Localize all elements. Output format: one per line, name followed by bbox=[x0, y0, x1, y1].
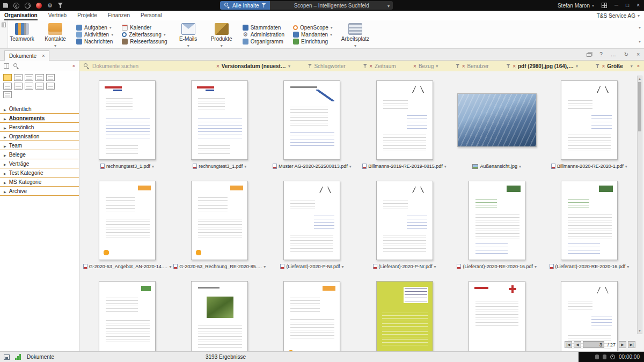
sidebar-item-archive[interactable]: Archive bbox=[0, 187, 79, 196]
doc-thumbnail[interactable] bbox=[457, 93, 537, 147]
sidebar-item-team[interactable]: Team bbox=[0, 141, 79, 150]
doc-thumbnail[interactable] bbox=[283, 80, 340, 160]
doc-thumbnail[interactable] bbox=[561, 80, 618, 160]
next-page-button[interactable]: ▶ bbox=[619, 341, 626, 348]
doc-filename[interactable]: (Lieferant)-2020-P-Nr.pdf bbox=[280, 264, 343, 269]
filter-chip-größe[interactable]: Größe bbox=[595, 63, 623, 69]
doc-thumbnail[interactable] bbox=[99, 281, 156, 351]
search-icon[interactable] bbox=[13, 63, 19, 69]
ribbon-item-stammdaten[interactable]: Stammdaten bbox=[243, 24, 284, 31]
clear-search-icon[interactable]: × bbox=[72, 64, 75, 69]
close-tab-icon[interactable]: × bbox=[42, 53, 45, 58]
doc-thumbnail[interactable] bbox=[283, 181, 340, 260]
sidebar-item-öffentlich[interactable]: Öffentlich bbox=[0, 105, 79, 114]
sidebar-item-belege[interactable]: Belege bbox=[0, 150, 79, 159]
filter-chip-bezug[interactable]: Bezug bbox=[413, 63, 438, 69]
filter-chip-pdf-2980-jpg-164[interactable]: pdf (2980),jpg (164),… bbox=[506, 63, 578, 69]
search-scope-selector[interactable]: Alle Inhalte bbox=[220, 1, 270, 10]
ribbon-side-strip[interactable] bbox=[0, 20, 8, 48]
doc-filename[interactable]: Außenansicht.jpg bbox=[472, 164, 521, 169]
calendar-doc-icon[interactable] bbox=[3, 83, 12, 90]
doc-thumbnail[interactable] bbox=[561, 181, 618, 260]
chevron-down-icon[interactable] bbox=[631, 63, 633, 69]
sidebar-item-test-kategorie[interactable]: Test Kategorie bbox=[0, 168, 79, 178]
sidebar-item-persönlich[interactable]: Persönlich bbox=[0, 123, 79, 132]
flag-icon[interactable] bbox=[58, 3, 63, 8]
prev-page-button[interactable]: ◀ bbox=[574, 341, 581, 348]
doc-thumbnail[interactable] bbox=[191, 80, 248, 160]
redo-icon[interactable] bbox=[25, 3, 31, 9]
close-icon[interactable]: × bbox=[636, 52, 640, 57]
last-page-button[interactable]: ▶| bbox=[628, 341, 635, 348]
page-number-input[interactable]: 3 bbox=[583, 341, 604, 348]
ribbon-item-arbeitsplatz[interactable]: Arbeitsplatz bbox=[341, 20, 369, 48]
document-search-input[interactable] bbox=[92, 63, 213, 69]
doc-filename[interactable]: (Lieferant)-2020-RE-2020-16.pdf bbox=[457, 264, 537, 269]
scrollbar-thumb[interactable] bbox=[638, 82, 641, 131]
blank-doc-icon[interactable] bbox=[46, 83, 55, 90]
chevron-down-icon[interactable] bbox=[387, 3, 390, 9]
list-doc-icon[interactable] bbox=[25, 74, 33, 81]
doc-filename[interactable]: G-2020-63_Rechnung_RE-2020-85.… bbox=[173, 264, 266, 269]
logo-icon[interactable] bbox=[36, 3, 42, 9]
sidebar-item-abonnements[interactable]: Abonnements bbox=[0, 114, 79, 123]
sidebar-item-organisation[interactable]: Organisation bbox=[0, 132, 79, 141]
scroll-down-icon[interactable]: ▼ bbox=[638, 328, 642, 334]
doc-thumbnail[interactable] bbox=[376, 181, 433, 260]
ribbon-collapse[interactable] bbox=[639, 20, 641, 48]
grid-doc-icon[interactable] bbox=[35, 83, 44, 90]
ribbon-item-aufgaben[interactable]: Aufgaben bbox=[76, 24, 113, 31]
minimize-button[interactable]: ─ bbox=[614, 3, 618, 8]
more-icon[interactable]: … bbox=[611, 52, 616, 57]
clear-all-filters-icon[interactable]: × bbox=[637, 64, 640, 69]
doc-thumbnail[interactable] bbox=[283, 281, 340, 351]
clear-filter-icon[interactable] bbox=[513, 63, 516, 69]
preview-doc-icon[interactable] bbox=[35, 74, 44, 81]
scroll-up-icon[interactable]: ▲ bbox=[638, 76, 642, 82]
ribbon-item-produkte[interactable]: Produkte bbox=[209, 20, 234, 48]
ribbon-item-openscope[interactable]: OpenScope bbox=[293, 24, 333, 31]
folder-icon[interactable] bbox=[3, 74, 12, 81]
ribbon-item-nachrichten[interactable]: Nachrichten bbox=[76, 38, 113, 45]
doc-thumbnail[interactable] bbox=[99, 80, 156, 160]
table-doc-icon[interactable] bbox=[14, 74, 23, 81]
ribbon-item-administration[interactable]: Administration bbox=[243, 31, 284, 38]
ribbon-item-mandanten[interactable]: Mandanten bbox=[293, 31, 333, 38]
undo-icon[interactable] bbox=[13, 3, 19, 9]
menu-tab-personal[interactable]: Personal bbox=[141, 11, 162, 20]
user-menu[interactable]: Stefan Maron bbox=[558, 3, 594, 9]
clear-filter-icon[interactable] bbox=[413, 63, 416, 69]
ribbon-item-aktivitäten[interactable]: Aktivitäten bbox=[76, 31, 113, 38]
sidebar-item-ms-kategorie[interactable]: MS Kategorie bbox=[0, 178, 79, 187]
doc-thumbnail[interactable] bbox=[376, 281, 433, 351]
menu-tab-vertrieb[interactable]: Vertrieb bbox=[48, 11, 67, 20]
apps-grid-icon[interactable] bbox=[602, 3, 607, 8]
doc-filename[interactable]: rechnungtest3_1.pdf bbox=[100, 164, 154, 169]
doc-filename[interactable]: G-2020-63_Angebot_AN-2020-14.… bbox=[83, 264, 172, 269]
ribbon-item-kalender[interactable]: Kalender bbox=[122, 24, 167, 31]
filter-chip-versionsdatum-neuest[interactable]: Versionsdatum (neuest… bbox=[216, 63, 290, 69]
filter-chip-benutzer[interactable]: Benutzer bbox=[456, 63, 489, 69]
sidebar-item-verträge[interactable]: Verträge bbox=[0, 159, 79, 168]
doc-thumbnail[interactable] bbox=[469, 181, 525, 260]
smart-search-field[interactable]: Scopen – Intelligentes Suchfeld bbox=[270, 1, 393, 10]
maximize-button[interactable]: □ bbox=[626, 3, 629, 8]
ribbon-item-teamwork[interactable]: Teamwork bbox=[10, 20, 34, 48]
ribbon-item-reiseerfassung[interactable]: Reiseerfassung bbox=[122, 38, 167, 45]
menu-tab-finanzen[interactable]: Finanzen bbox=[108, 11, 130, 20]
doc-thumbnail[interactable] bbox=[99, 181, 156, 260]
plain-doc-icon[interactable] bbox=[3, 91, 12, 98]
copy-doc-icon[interactable] bbox=[25, 83, 33, 90]
doc-filename[interactable]: (Lieferant)-2020-P-Nr.pdf bbox=[373, 264, 436, 269]
clear-filter-icon[interactable] bbox=[602, 63, 605, 69]
close-window-button[interactable]: × bbox=[636, 3, 640, 8]
doc-filename[interactable]: Muster AG-2020-252500813.pdf bbox=[273, 164, 352, 169]
ribbon-item-organigramm[interactable]: Organigramm bbox=[243, 38, 284, 45]
windows-icon[interactable] bbox=[587, 53, 591, 57]
menu-tab-projekte[interactable]: Projekte bbox=[77, 11, 97, 20]
layout-icon[interactable] bbox=[4, 63, 9, 69]
help-icon[interactable]: ? bbox=[599, 52, 603, 57]
ribbon-item-zeiterfassung[interactable]: Zeiterfassung bbox=[122, 31, 167, 38]
company-selector[interactable]: T&S Service AG bbox=[597, 11, 640, 20]
ribbon-item-e-mails[interactable]: E-Mails bbox=[176, 20, 201, 48]
